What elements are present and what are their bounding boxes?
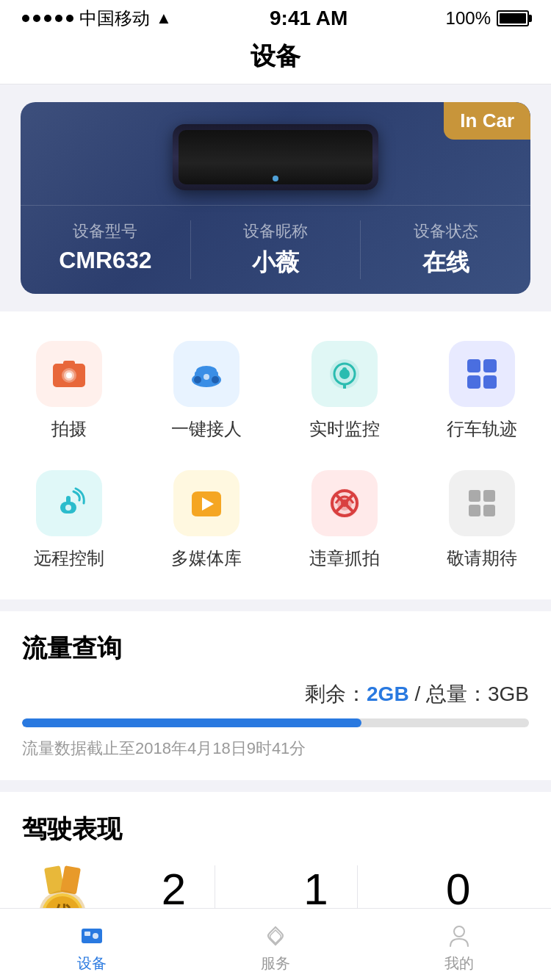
- connect-icon: [187, 355, 226, 393]
- dash-cam-indicator: [273, 176, 278, 181]
- traffic-title: 流量查询: [22, 632, 529, 666]
- model-label: 设备型号: [21, 220, 190, 242]
- svg-rect-19: [483, 375, 497, 389]
- status-time: 9:41 AM: [270, 7, 347, 30]
- model-value: CMR632: [21, 247, 190, 274]
- signal-dots: [22, 15, 73, 22]
- svg-rect-39: [84, 932, 90, 936]
- feature-connect[interactable]: 一键接人: [138, 326, 276, 455]
- monitor-icon-wrap: [311, 341, 378, 407]
- track-icon-wrap: [449, 341, 515, 407]
- coming-icon: [463, 484, 501, 522]
- feature-photo[interactable]: 拍摄: [0, 326, 138, 455]
- nickname-label: 设备昵称: [191, 220, 361, 242]
- status-left: 中国移动 ▲: [22, 7, 172, 30]
- tab-mine-icon: [446, 923, 472, 949]
- feature-violation[interactable]: 违章抓拍: [276, 455, 414, 585]
- svg-point-41: [454, 926, 464, 937]
- svg-rect-15: [343, 384, 346, 389]
- feature-monitor[interactable]: 实时监控: [276, 326, 414, 455]
- battery-icon: [497, 10, 529, 26]
- traffic-separator: /: [409, 682, 426, 705]
- coming-icon-wrap: [449, 470, 515, 536]
- nickname-value: 小薇: [191, 247, 361, 279]
- violation-icon: [325, 484, 364, 522]
- tab-device-icon: [79, 923, 105, 949]
- wifi-icon: ▲: [156, 9, 172, 28]
- feature-media[interactable]: 多媒体库: [138, 455, 276, 585]
- svg-rect-18: [467, 375, 480, 389]
- traffic-remaining-value: 2GB: [367, 682, 409, 705]
- svg-point-9: [212, 376, 219, 383]
- traffic-progress-fill: [22, 718, 361, 727]
- traffic-total-label: 总量：: [426, 682, 488, 705]
- feature-grid: 拍摄 一键接人: [0, 326, 551, 585]
- status-value: 在线: [361, 247, 530, 279]
- status-bar: 中国移动 ▲ 9:41 AM 100%: [0, 0, 551, 32]
- photo-label: 拍摄: [51, 417, 87, 441]
- traffic-progress-bar: [22, 718, 529, 727]
- svg-rect-22: [66, 496, 71, 503]
- tab-device[interactable]: 设备: [0, 915, 184, 973]
- page-title-bar: 设备: [0, 32, 551, 84]
- svg-point-21: [65, 505, 71, 511]
- device-nickname-item: 设备昵称 小薇: [191, 220, 361, 279]
- traffic-note: 流量数据截止至2018年4月18日9时41分: [22, 738, 529, 760]
- photo-icon: [50, 355, 88, 393]
- carrier-label: 中国移动: [79, 7, 150, 30]
- tab-mine[interactable]: 我的: [367, 915, 551, 973]
- tab-device-label: 设备: [77, 954, 107, 973]
- tab-mine-label: 我的: [444, 954, 474, 973]
- traffic-section: 流量查询 剩余：2GB / 总量：3GB 流量数据截止至2018年4月18日9时…: [0, 611, 551, 780]
- traffic-total-value: 3GB: [488, 682, 529, 705]
- svg-point-40: [93, 933, 98, 939]
- feature-remote[interactable]: 远程控制: [0, 455, 138, 585]
- violation-label: 违章抓拍: [309, 547, 380, 570]
- coming-label: 敬请期待: [447, 547, 517, 570]
- media-icon-wrap: [173, 470, 240, 536]
- violation-icon-wrap: [311, 470, 378, 536]
- track-icon: [463, 355, 501, 393]
- svg-rect-29: [483, 490, 495, 502]
- media-label: 多媒体库: [171, 547, 242, 570]
- feature-section: 拍摄 一键接人: [0, 311, 551, 599]
- svg-rect-31: [483, 505, 495, 516]
- tab-service-icon: [262, 923, 289, 949]
- driving-title: 驾驶表现: [22, 813, 529, 846]
- tab-service[interactable]: 服务: [184, 915, 367, 973]
- media-icon: [187, 484, 226, 522]
- status-label: 设备状态: [361, 220, 530, 242]
- decel-value: 1: [289, 865, 342, 914]
- device-card: In Car 设备型号 CMR632 设备昵称 小薇 设备状态 在线: [21, 102, 530, 294]
- status-right: 100%: [446, 8, 529, 29]
- device-model-item: 设备型号 CMR632: [21, 220, 191, 279]
- brake-value: 0: [432, 865, 485, 914]
- tab-bar: 设备 服务 我的: [0, 908, 551, 980]
- svg-point-10: [204, 374, 209, 380]
- photo-icon-wrap: [36, 341, 102, 407]
- tab-service-label: 服务: [261, 954, 290, 973]
- connect-label: 一键接人: [171, 417, 242, 441]
- page-title: 设备: [0, 40, 551, 73]
- feature-coming: 敬请期待: [414, 455, 552, 585]
- traffic-summary: 剩余：2GB / 总量：3GB: [22, 680, 529, 708]
- svg-point-27: [341, 500, 348, 507]
- svg-rect-30: [469, 505, 480, 516]
- device-status-item: 设备状态 在线: [361, 220, 530, 279]
- remote-icon-wrap: [36, 470, 102, 536]
- in-car-badge: In Car: [444, 102, 530, 140]
- svg-rect-33: [60, 865, 81, 894]
- connect-icon-wrap: [173, 341, 240, 407]
- svg-point-4: [66, 372, 72, 378]
- traffic-remaining-label: 剩余：: [305, 682, 367, 705]
- dash-cam-image: [173, 124, 378, 190]
- svg-rect-16: [467, 359, 480, 372]
- svg-rect-3: [63, 361, 75, 366]
- device-info-row: 设备型号 CMR632 设备昵称 小薇 设备状态 在线: [21, 205, 530, 294]
- battery-percent: 100%: [446, 8, 491, 29]
- remote-label: 远程控制: [34, 547, 104, 570]
- monitor-icon: [325, 355, 364, 393]
- svg-rect-28: [469, 490, 480, 502]
- feature-track[interactable]: 行车轨迹: [414, 326, 552, 455]
- svg-point-8: [194, 376, 201, 383]
